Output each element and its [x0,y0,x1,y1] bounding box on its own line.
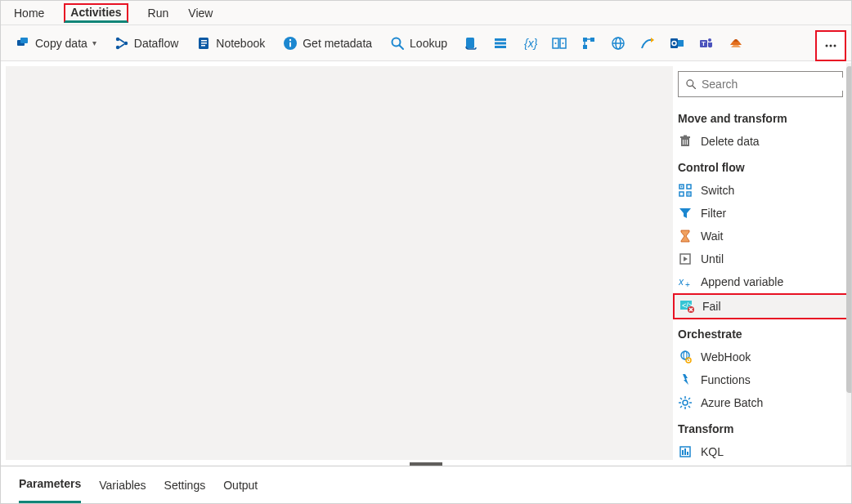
svg-marker-53 [679,208,691,218]
svg-rect-17 [495,46,506,48]
lookup-button[interactable]: Lookup [387,34,451,52]
activities-search[interactable] [678,71,843,97]
office365-outlook-icon[interactable] [668,34,686,52]
svg-point-66 [688,359,689,361]
tab-parameters[interactable]: Parameters [19,466,81,503]
svg-point-2 [116,37,119,40]
bottom-tab-bar: Parameters Variables Settings Output [1,466,851,503]
dataflow-button[interactable]: Dataflow [111,34,182,52]
tab-home[interactable]: Home [14,1,44,25]
semantic-model-icon[interactable] [727,34,745,52]
group-transform: Transform [673,414,848,440]
hourglass-icon [678,229,693,243]
svg-marker-29 [651,38,654,42]
item-label: Functions [701,373,751,386]
dataflow-icon [114,36,129,51]
svg-point-51 [681,186,683,188]
get-metadata-label: Get metadata [303,37,372,50]
scrollbar-thumb[interactable] [846,66,852,393]
svg-marker-67 [683,374,688,385]
panel-scrollbar[interactable] [846,63,852,497]
copy-data-button[interactable]: Copy data ▾ [12,34,100,52]
chevron-down-icon: ▾ [92,38,96,47]
tab-activities[interactable]: Activities [64,3,128,23]
svg-rect-6 [201,40,207,42]
svg-rect-24 [590,38,594,42]
item-label: KQL [701,445,724,458]
group-control-flow: Control flow [673,153,848,179]
fail-icon: </> [679,299,694,314]
item-label: Until [701,252,724,265]
set-variable-icon[interactable]: {x} [521,34,539,52]
svg-rect-1 [20,38,28,43]
item-label: Azure Batch [701,396,763,409]
group-orchestrate: Orchestrate [673,319,848,346]
item-wait[interactable]: Wait [673,225,848,248]
stored-procedure-icon[interactable] [491,34,509,52]
item-label: Delete data [701,135,760,148]
webhook-icon [678,350,693,364]
web-icon[interactable] [609,34,627,52]
item-switch[interactable]: Switch [673,179,848,202]
svg-rect-80 [687,452,688,455]
if-condition-icon[interactable] [580,34,598,52]
switch-icon [678,183,693,198]
invoke-pipeline-icon[interactable] [639,34,657,52]
filter-icon [678,206,693,221]
item-filter[interactable]: Filter [673,202,848,225]
svg-point-52 [688,194,690,195]
notebook-label: Notebook [216,37,265,50]
notebook-button[interactable]: Notebook [193,34,268,52]
more-activities-button[interactable] [815,30,846,61]
svg-point-68 [683,400,688,405]
svg-line-75 [680,406,682,408]
item-delete-data[interactable]: Delete data [673,130,848,153]
top-tab-bar: Home Activities Run View [1,1,851,25]
svg-rect-42 [680,136,690,138]
item-label: Fail [702,300,721,313]
copy-data-icon [16,36,30,51]
group-move-transform: Move and transform [673,104,848,130]
svg-rect-14 [466,38,474,48]
item-fail[interactable]: </> Fail [673,293,848,319]
get-metadata-button[interactable]: Get metadata [280,34,375,52]
svg-line-73 [680,398,682,399]
script-icon[interactable] [462,34,480,52]
tab-view[interactable]: View [188,1,213,25]
svg-point-37 [830,45,832,47]
search-icon [685,78,697,90]
svg-rect-78 [682,450,684,455]
copy-data-label: Copy data [35,37,87,50]
svg-point-22 [563,42,564,44]
item-azure-batch[interactable]: Azure Batch [673,391,848,414]
svg-rect-79 [684,448,686,455]
foreach-icon[interactable] [550,34,568,52]
dataflow-label: Dataflow [134,37,178,50]
activities-search-input[interactable] [702,78,845,91]
svg-text:+: + [685,280,690,288]
svg-text:x: x [679,276,684,288]
item-functions[interactable]: Functions [673,368,848,391]
item-append-variable[interactable]: x+ Append variable [673,270,848,293]
item-until[interactable]: Until [673,248,848,270]
info-icon [283,36,298,51]
tab-settings[interactable]: Settings [164,466,206,503]
activities-panel: Move and transform Delete data Control f… [673,66,848,497]
svg-rect-16 [495,42,506,44]
teams-icon[interactable]: T [697,34,715,52]
svg-line-74 [688,406,690,408]
lookup-label: Lookup [410,37,447,50]
panel-resizer[interactable] [410,462,442,466]
tab-output[interactable]: Output [223,466,258,503]
svg-point-38 [834,45,836,47]
svg-line-40 [693,86,696,89]
item-webhook[interactable]: WebHook [673,346,848,368]
svg-rect-43 [684,136,687,137]
tab-run[interactable]: Run [148,1,169,25]
item-kql[interactable]: KQL [673,440,848,463]
svg-rect-49 [679,192,684,196]
svg-line-76 [688,398,690,399]
item-label: Filter [701,207,726,220]
tab-variables[interactable]: Variables [99,466,146,503]
svg-line-13 [400,45,404,49]
